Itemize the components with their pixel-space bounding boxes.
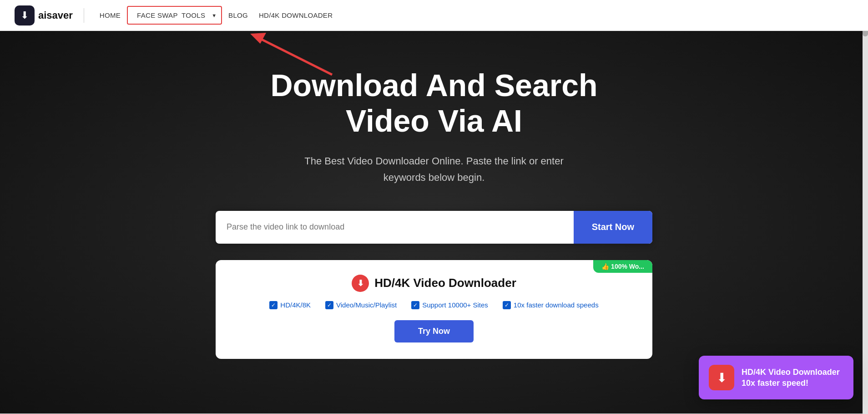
logo-icon: ⬇ <box>15 5 35 26</box>
check-icon-1: ✓ <box>269 301 278 309</box>
check-label-3: Support 10000+ Sites <box>422 301 488 309</box>
feature-card-title-text: HD/4K Video Downloader <box>374 276 516 290</box>
check-speed: ✓ 10x faster download speeds <box>503 301 599 309</box>
hero-title: Download And Search Video Via AI <box>229 67 639 138</box>
nav-link-downloader[interactable]: HD/4K DOWNLOADER <box>254 9 337 22</box>
hero-subtitle: The Best Video Downloader Online. Paste … <box>293 153 575 185</box>
feature-card-badge: 👍 100% Wo... <box>593 260 652 273</box>
scrollbar[interactable] <box>863 0 868 414</box>
check-hd4k8k: ✓ HD/4K/8K <box>269 301 311 309</box>
check-label-2: Video/Music/Playlist <box>336 301 397 309</box>
nav-link-face-swap[interactable]: FACE SWAP TOOLS <box>132 9 210 22</box>
try-now-button[interactable]: Try Now <box>394 320 474 342</box>
popup-ad-icon: ⬇ <box>709 365 734 390</box>
navbar: ⬇ aisaver HOME FACE SWAP TOOLS ▼ BLOG HD… <box>0 0 868 31</box>
feature-card-checks: ✓ HD/4K/8K ✓ Video/Music/Playlist ✓ Supp… <box>234 301 634 309</box>
search-input[interactable] <box>216 211 574 244</box>
check-icon-4: ✓ <box>503 301 511 309</box>
check-video-music: ✓ Video/Music/Playlist <box>325 301 397 309</box>
nav-item-downloader[interactable]: HD/4K DOWNLOADER <box>254 11 337 20</box>
check-icon-3: ✓ <box>411 301 419 309</box>
feature-card-title: ⬇ HD/4K Video Downloader <box>234 275 634 292</box>
nav-item-blog[interactable]: BLOG <box>224 11 252 20</box>
nav-item-face-swap[interactable]: FACE SWAP TOOLS ▼ <box>127 6 222 25</box>
downloader-icon: ⬇ <box>352 275 369 292</box>
nav-links: HOME FACE SWAP TOOLS ▼ BLOG HD/4K DOWNLO… <box>95 6 337 25</box>
dropdown-arrow-icon: ▼ <box>212 13 217 18</box>
nav-link-home[interactable]: HOME <box>95 9 125 22</box>
check-label-1: HD/4K/8K <box>280 301 311 309</box>
start-now-button[interactable]: Start Now <box>574 211 652 244</box>
check-sites: ✓ Support 10000+ Sites <box>411 301 488 309</box>
popup-ad[interactable]: ⬇ HD/4K Video Downloader 10x faster spee… <box>699 356 853 399</box>
check-label-4: 10x faster download speeds <box>514 301 599 309</box>
nav-logo[interactable]: ⬇ aisaver <box>15 5 73 26</box>
popup-ad-subtitle: 10x faster speed! <box>742 378 808 388</box>
popup-ad-title: HD/4K Video Downloader <box>742 368 840 377</box>
search-bar: Start Now <box>216 211 652 244</box>
feature-card: 👍 100% Wo... ⬇ HD/4K Video Downloader ✓ … <box>216 260 652 359</box>
nav-link-blog[interactable]: BLOG <box>224 9 252 22</box>
nav-divider <box>84 8 84 23</box>
logo-text: aisaver <box>38 10 73 21</box>
popup-ad-text: HD/4K Video Downloader 10x faster speed! <box>742 367 840 389</box>
nav-item-home[interactable]: HOME <box>95 11 125 20</box>
check-icon-2: ✓ <box>325 301 333 309</box>
feature-card-cta: Try Now <box>234 320 634 342</box>
